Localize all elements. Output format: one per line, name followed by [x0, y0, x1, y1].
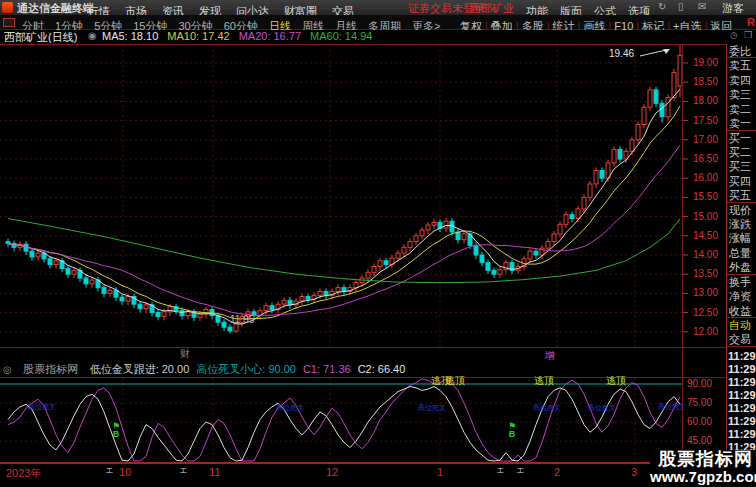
indicator-param: C2: 66.40	[358, 363, 406, 375]
stock-pool-icon[interactable]: ◉	[88, 30, 97, 41]
tick-time: 11:29	[728, 389, 756, 402]
refresh-icon[interactable]: ↻	[658, 1, 666, 12]
tick-time: 11:29	[728, 415, 756, 428]
stock-shortcut[interactable]: 西部矿业	[470, 1, 514, 16]
quote-row-买二[interactable]: 买二	[727, 145, 756, 159]
quote-row-交易[interactable]: 交易	[727, 332, 756, 346]
watermark-url: www.7gpzb.com	[650, 469, 753, 485]
quote-row-买三[interactable]: 买三	[727, 159, 756, 173]
quote-row-买一[interactable]: 买一	[727, 131, 756, 145]
quote-row-卖四[interactable]: 卖四	[727, 73, 756, 87]
ma-value: MA5: 18.10	[102, 30, 158, 42]
chart-canvas[interactable]	[0, 0, 756, 487]
quote-row-卖五[interactable]: 卖五	[727, 58, 756, 72]
maximize-icon[interactable]: ❒	[744, 30, 752, 40]
mail-icon[interactable]: ✉	[698, 1, 706, 12]
app-title: 通达信金融终端	[17, 1, 94, 16]
period-toolbar: 分时1分钟5分钟15分钟30分钟60分钟日线周线月线多周期更多> 复权|叠加|多…	[0, 15, 756, 30]
indicator-source: 股票指标网	[23, 363, 78, 375]
tick-times: 11:2911:2911:2911:2911:2911:2911:2911:29	[728, 350, 756, 454]
quote-row-总量[interactable]: 总量	[727, 246, 756, 260]
quote-row-现价[interactable]: 现价	[727, 203, 756, 217]
quote-row-卖三[interactable]: 卖三	[727, 87, 756, 101]
tick-time: 11:29	[728, 376, 756, 389]
quote-row-外盘[interactable]: 外盘	[727, 260, 756, 274]
quote-row-净资[interactable]: 净资	[727, 289, 756, 303]
app-logo-icon	[2, 2, 13, 13]
chart-header: 西部矿业(日线) ◉ MA5: 18.10MA10: 17.42MA20: 16…	[0, 30, 756, 44]
guest-label[interactable]: 游客	[722, 1, 744, 16]
ma-value: MA10: 17.42	[167, 30, 229, 42]
indicator-param: C1: 71.36	[303, 363, 351, 375]
quote-row-买五[interactable]: 买五	[727, 188, 756, 202]
quote-rows: 委比卖五卖四卖三卖二卖一买一买二买三买四买五现价涨跌涨幅总量外盘换手净资收益自动…	[727, 44, 756, 347]
quote-row-涨幅[interactable]: 涨幅	[727, 231, 756, 245]
watermark: 股票指标网 www.7gpzb.com	[650, 450, 756, 487]
ma-value: MA60: 14.94	[310, 30, 372, 42]
quote-row-收益[interactable]: 收益	[727, 304, 756, 318]
chart-title: 西部矿业(日线)	[4, 30, 77, 45]
window-icon[interactable]	[3, 18, 15, 27]
quote-row-涨跌[interactable]: 涨跌	[727, 217, 756, 231]
indicator-param: 低位金叉跟进: 20.00	[90, 363, 190, 375]
quote-row-卖一[interactable]: 卖一	[727, 116, 756, 130]
tick-time: 11:29	[728, 350, 756, 363]
quote-row-卖二[interactable]: 卖二	[727, 102, 756, 116]
mobile-icon[interactable]: ▯	[678, 1, 684, 12]
indicator-header: ◎ 股票指标网 低位金叉跟进: 20.00高位死叉小心: 90.00C1: 71…	[3, 359, 683, 372]
tick-time: 11:29	[728, 428, 756, 441]
ma-legend: MA5: 18.10MA10: 17.42MA20: 16.77MA60: 14…	[102, 30, 381, 42]
tdx-terminal: 通达信金融终端 行情市场资讯发现问小达财富圈交易 证券交易未登录 西部矿业 功能…	[0, 0, 756, 487]
watermark-title: 股票指标网	[650, 450, 753, 469]
quote-panel: 委比卖五卖四卖三卖二卖一买一买二买三买四买五现价涨跌涨幅总量外盘换手净资收益自动…	[727, 44, 756, 487]
quote-row-买四[interactable]: 买四	[727, 174, 756, 188]
indicator-params: 低位金叉跟进: 20.00高位死叉小心: 90.00C1: 71.36C2: 6…	[90, 363, 413, 375]
clock-icon[interactable]: ◷	[730, 30, 738, 40]
r-button[interactable]: R	[747, 16, 755, 28]
tick-time: 11:29	[728, 402, 756, 415]
indicator-icon[interactable]: ◎	[3, 364, 12, 375]
quote-row-委比[interactable]: 委比	[727, 44, 756, 58]
indicator-param: 高位死叉小心: 90.00	[196, 363, 296, 375]
ma-value: MA20: 16.77	[239, 30, 301, 42]
quote-row-换手[interactable]: 换手	[727, 275, 756, 289]
menubar: 通达信金融终端 行情市场资讯发现问小达财富圈交易 证券交易未登录 西部矿业 功能…	[0, 0, 756, 15]
tick-time: 11:29	[728, 363, 756, 376]
quote-row-自动[interactable]: 自动	[727, 318, 756, 332]
